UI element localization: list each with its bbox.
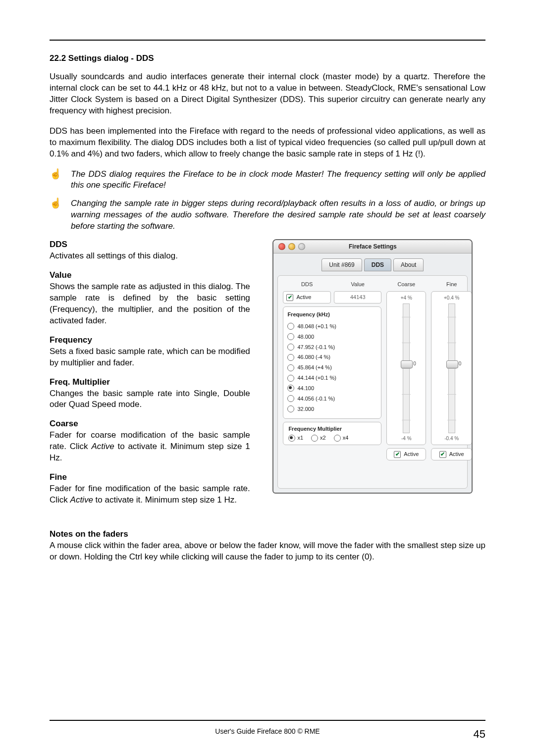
radio-icon: [287, 333, 294, 340]
radio-icon: [287, 385, 294, 392]
tab-bar: Unit #869 DDS About: [273, 253, 472, 271]
top-rule: [50, 40, 485, 41]
frequency-option-label: 44.144 (+0.1 %): [297, 374, 336, 382]
notes-faders-title: Notes on the faders: [50, 529, 485, 540]
minimize-icon[interactable]: [288, 243, 295, 250]
window-titlebar[interactable]: Fireface Settings: [273, 240, 472, 253]
note-2: Changing the sample rate in bigger steps…: [71, 198, 485, 232]
dds-active-label: Active: [296, 294, 311, 301]
coarse-min-label: -4 %: [401, 435, 412, 442]
zoom-icon[interactable]: [298, 243, 305, 250]
coarse-active-checkbox[interactable]: ✔ Active: [386, 448, 426, 460]
def-fine-suffix: to activate it. Minimum step size 1 Hz.: [93, 495, 237, 504]
frequency-option-label: 48.048 (+0.1 %): [297, 323, 336, 330]
frequency-option[interactable]: 47.952 (-0.1 %): [287, 342, 377, 353]
coarse-max-label: +4 %: [401, 295, 412, 302]
coarse-fader[interactable]: +4 % 0 -4 %: [386, 291, 426, 445]
multiplier-option-label: x1: [297, 434, 303, 442]
radio-icon: [311, 435, 318, 442]
radio-icon: [288, 435, 295, 442]
frequency-option[interactable]: 48.048 (+0.1 %): [287, 321, 377, 332]
def-value-text: Shows the sample rate as adjusted in thi…: [50, 281, 250, 327]
fine-zero-label: 0: [459, 360, 462, 367]
value-readout: 44143: [334, 291, 382, 303]
radio-icon: [287, 364, 294, 371]
radio-icon: [287, 405, 294, 412]
multiplier-option[interactable]: x4: [334, 434, 349, 442]
fine-min-label: -0.4 %: [444, 435, 459, 442]
section-title: 22.2 Settings dialog - DDS: [50, 53, 485, 64]
radio-icon: [287, 395, 294, 402]
note-1: The DDS dialog requires the Fireface to …: [71, 169, 485, 192]
dds-panel: DDS Value Coarse Fine ✔ Active 44143: [277, 275, 468, 489]
frequency-option[interactable]: 32.000: [287, 404, 377, 414]
frequency-option[interactable]: 46.080 (-4 %): [287, 352, 377, 362]
radio-icon: [334, 435, 341, 442]
def-fine-text: Fader for fine modification of the basic…: [50, 483, 250, 506]
bottom-rule: [50, 720, 485, 721]
intro-paragraph-1: Usually soundcards and audio interfaces …: [50, 71, 485, 117]
radio-icon: [287, 344, 294, 351]
multiplier-group: Frequency Multiplier x1x2x4: [283, 422, 381, 446]
radio-icon: [287, 323, 294, 330]
frequency-option-label: 47.952 (-0.1 %): [297, 344, 335, 351]
tab-dds[interactable]: DDS: [364, 258, 391, 271]
def-dds-text: Activates all settings of this dialog.: [50, 251, 250, 262]
close-icon[interactable]: [278, 243, 285, 250]
dds-active-checkbox[interactable]: ✔ Active: [283, 291, 331, 303]
coarse-fader-thumb[interactable]: [401, 360, 413, 368]
coarse-zero-label: 0: [413, 360, 416, 367]
checkmark-icon: ✔: [286, 294, 293, 301]
radio-icon: [287, 354, 294, 361]
radio-icon: [287, 375, 294, 382]
frequency-option[interactable]: 45.864 (+4 %): [287, 362, 377, 373]
def-value-title: Value: [50, 270, 250, 281]
settings-dialog: Fireface Settings Unit #869 DDS About DD…: [272, 239, 473, 494]
footer-text: User's Guide Fireface 800 © RME: [215, 727, 320, 736]
tab-unit[interactable]: Unit #869: [321, 258, 362, 271]
frequency-option[interactable]: 48.000: [287, 332, 377, 342]
def-multiplier-text: Changes the basic sample rate into Singl…: [50, 388, 250, 411]
def-dds-title: DDS: [50, 239, 250, 251]
multiplier-option[interactable]: x2: [311, 434, 326, 442]
multiplier-option[interactable]: x1: [288, 434, 303, 442]
checkmark-icon: ✔: [394, 451, 401, 458]
fine-fader[interactable]: +0.4 % 0 -0.4 %: [431, 291, 472, 445]
frequency-option-label: 32.000: [297, 405, 314, 413]
fine-active-label: Active: [449, 451, 464, 458]
fine-active-checkbox[interactable]: ✔ Active: [431, 448, 472, 460]
frequency-option-label: 45.864 (+4 %): [297, 364, 331, 371]
hand-icon: ☝: [50, 198, 62, 208]
frequency-option-label: 46.080 (-4 %): [297, 353, 330, 361]
frequency-group: Frequency (kHz) 48.048 (+0.1 %)48.00047.…: [283, 306, 381, 418]
window-title: Fireface Settings: [349, 243, 397, 251]
multiplier-group-title: Frequency Multiplier: [288, 425, 376, 433]
def-fine-active: Active: [70, 495, 93, 504]
frequency-option[interactable]: 44.144 (+0.1 %): [287, 373, 377, 383]
notes-faders-text: A mouse click within the fader area, abo…: [50, 540, 485, 563]
def-frequency-title: Frequency: [50, 335, 250, 346]
def-fine-title: Fine: [50, 472, 250, 483]
frequency-option-label: 44.100: [297, 385, 314, 392]
value-header: Value: [334, 281, 382, 288]
checkmark-icon: ✔: [439, 451, 446, 458]
frequency-option[interactable]: 44.056 (-0.1 %): [287, 394, 377, 404]
fine-max-label: +0.4 %: [444, 295, 459, 302]
fine-fader-thumb[interactable]: [446, 360, 458, 368]
tab-about[interactable]: About: [393, 258, 424, 271]
coarse-active-label: Active: [404, 451, 419, 458]
hand-icon: ☝: [50, 169, 62, 179]
frequency-group-title: Frequency (kHz): [287, 311, 377, 318]
def-coarse-text: Fader for coarse modification of the bas…: [50, 430, 250, 464]
def-coarse-title: Coarse: [50, 418, 250, 430]
definitions-column: DDS Activates all settings of this dialo…: [50, 239, 250, 514]
def-frequency-text: Sets a fixed basic sample rate, which ca…: [50, 346, 250, 369]
def-coarse-active: Active: [91, 442, 114, 451]
multiplier-option-label: x4: [343, 434, 349, 442]
frequency-option-label: 48.000: [297, 333, 314, 341]
multiplier-option-label: x2: [320, 434, 326, 442]
page-number: 45: [474, 727, 485, 742]
frequency-option[interactable]: 44.100: [287, 383, 377, 394]
coarse-header: Coarse: [386, 281, 426, 288]
frequency-option-label: 44.056 (-0.1 %): [297, 395, 335, 403]
